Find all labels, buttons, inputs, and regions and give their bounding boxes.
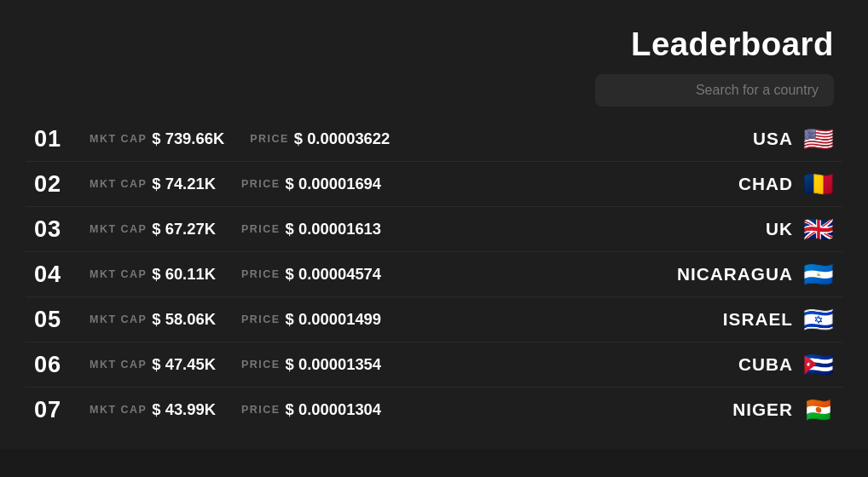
mkt-cap-label: MKT CAP	[90, 178, 147, 190]
price-value: $ 0.00001354	[286, 355, 382, 374]
stats: MKT CAP $ 47.45K PRICE $ 0.00001354	[90, 355, 612, 374]
price-label: PRICE	[241, 359, 281, 371]
rank-number: 04	[34, 261, 90, 288]
leaderboard-item: 04 MKT CAP $ 60.11K PRICE $ 0.00004574 N…	[26, 252, 842, 297]
rank-number: 03	[34, 216, 90, 243]
price-value: $ 0.00001304	[286, 400, 382, 419]
rank-number: 01	[34, 125, 90, 152]
country-section: CHAD 🇹🇩	[612, 172, 834, 197]
price-label: PRICE	[241, 178, 281, 190]
mkt-cap-value: $ 67.27K	[152, 220, 216, 238]
header: Leaderboard	[26, 17, 842, 67]
stats: MKT CAP $ 60.11K PRICE $ 0.00004574	[90, 265, 612, 284]
leaderboard-item: 07 MKT CAP $ 43.99K PRICE $ 0.00001304 N…	[26, 388, 842, 432]
country-name: NIGER	[732, 399, 793, 420]
price-value: $ 0.00001694	[286, 175, 382, 193]
price-label: PRICE	[241, 404, 281, 416]
price-label: PRICE	[241, 268, 281, 280]
country-name: USA	[753, 129, 793, 149]
country-section: NIGER 🇳🇪	[612, 398, 834, 422]
leaderboard-item: 05 MKT CAP $ 58.06K PRICE $ 0.00001499 I…	[26, 297, 842, 342]
mkt-cap-value: $ 74.21K	[152, 175, 216, 193]
page-title: Leaderboard	[26, 26, 834, 63]
leaderboard-item: 02 MKT CAP $ 74.21K PRICE $ 0.00001694 C…	[26, 162, 842, 207]
price-value: $ 0.00003622	[294, 129, 391, 148]
leaderboard-item: 03 MKT CAP $ 67.27K PRICE $ 0.00001613 U…	[26, 207, 842, 252]
country-flag: 🇹🇩	[803, 172, 834, 197]
price-label: PRICE	[250, 133, 289, 145]
country-section: NICARAGUA 🇳🇮	[612, 262, 834, 287]
mkt-cap-value: $ 739.66K	[152, 129, 224, 148]
mkt-cap-label: MKT CAP	[90, 268, 147, 280]
mkt-cap-value: $ 47.45K	[152, 355, 216, 374]
country-flag: 🇺🇸	[803, 127, 834, 152]
stats: MKT CAP $ 74.21K PRICE $ 0.00001694	[90, 175, 612, 193]
mkt-cap-label: MKT CAP	[90, 223, 147, 235]
country-name: CHAD	[738, 174, 793, 194]
price-value: $ 0.00001499	[286, 310, 382, 329]
rank-number: 06	[34, 351, 90, 378]
country-flag: 🇳🇪	[803, 398, 834, 422]
country-flag: 🇳🇮	[803, 262, 834, 287]
country-name: ISRAEL	[723, 309, 793, 330]
stats: MKT CAP $ 67.27K PRICE $ 0.00001613	[90, 220, 612, 238]
search-bar[interactable]	[26, 74, 834, 106]
mkt-cap-label: MKT CAP	[90, 313, 147, 325]
country-section: ISRAEL 🇮🇱	[612, 307, 834, 332]
price-value: $ 0.00004574	[286, 265, 382, 284]
leaderboard-item: 06 MKT CAP $ 47.45K PRICE $ 0.00001354 C…	[26, 342, 842, 388]
price-value: $ 0.00001613	[286, 220, 382, 238]
leaderboard-item: 01 MKT CAP $ 739.66K PRICE $ 0.00003622 …	[26, 117, 842, 162]
country-name: CUBA	[738, 354, 793, 375]
rank-number: 07	[34, 396, 90, 423]
mkt-cap-label: MKT CAP	[90, 359, 147, 371]
country-flag: 🇮🇱	[803, 307, 834, 332]
leaderboard-container: Leaderboard 01 MKT CAP $ 739.66K PRICE $…	[0, 0, 868, 449]
mkt-cap-value: $ 60.11K	[152, 265, 216, 284]
stats: MKT CAP $ 739.66K PRICE $ 0.00003622	[90, 129, 612, 148]
country-section: CUBA 🇨🇺	[612, 353, 834, 377]
leaderboard-list: 01 MKT CAP $ 739.66K PRICE $ 0.00003622 …	[26, 117, 842, 432]
mkt-cap-value: $ 58.06K	[152, 310, 216, 329]
search-input[interactable]	[595, 74, 834, 106]
country-flag: 🇬🇧	[803, 217, 834, 242]
rank-number: 02	[34, 170, 90, 198]
price-label: PRICE	[241, 223, 281, 235]
mkt-cap-label: MKT CAP	[90, 404, 147, 416]
mkt-cap-label: MKT CAP	[90, 133, 147, 145]
country-name: UK	[766, 219, 793, 239]
country-section: UK 🇬🇧	[612, 217, 834, 242]
country-name: NICARAGUA	[677, 264, 793, 284]
rank-number: 05	[34, 306, 90, 333]
country-section: USA 🇺🇸	[612, 127, 834, 152]
price-label: PRICE	[241, 313, 281, 325]
stats: MKT CAP $ 58.06K PRICE $ 0.00001499	[90, 310, 612, 329]
stats: MKT CAP $ 43.99K PRICE $ 0.00001304	[90, 400, 612, 419]
country-flag: 🇨🇺	[803, 353, 834, 377]
mkt-cap-value: $ 43.99K	[152, 400, 216, 419]
